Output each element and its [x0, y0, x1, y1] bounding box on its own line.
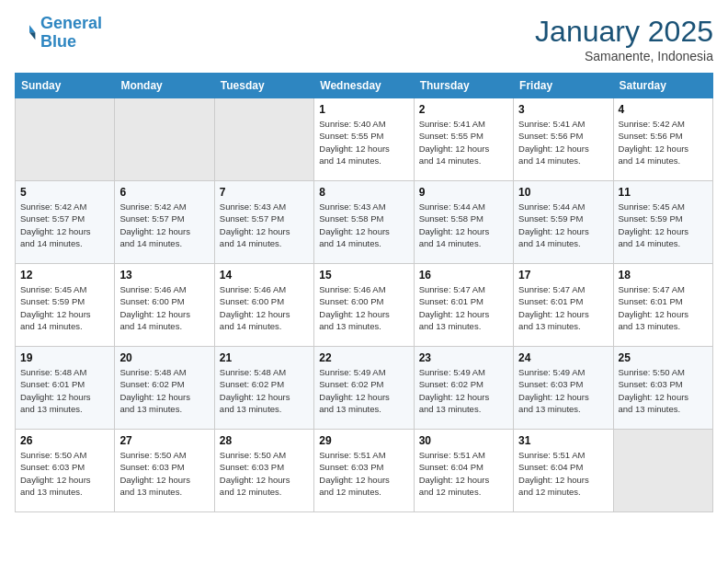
header-thursday: Thursday — [414, 74, 513, 98]
calendar-cell: 22Sunrise: 5:49 AM Sunset: 6:02 PM Dayli… — [314, 347, 414, 430]
day-info: Sunrise: 5:43 AM Sunset: 5:57 PM Dayligh… — [220, 201, 309, 249]
day-info: Sunrise: 5:41 AM Sunset: 5:56 PM Dayligh… — [518, 118, 608, 167]
logo-text: General Blue — [40, 15, 102, 52]
day-number: 22 — [319, 351, 408, 364]
header-saturday: Saturday — [613, 74, 712, 98]
day-info: Sunrise: 5:47 AM Sunset: 6:01 PM Dayligh… — [518, 283, 608, 332]
header-friday: Friday — [514, 74, 613, 98]
day-number: 5 — [20, 186, 109, 199]
calendar-header-row: SundayMondayTuesdayWednesdayThursdayFrid… — [16, 74, 713, 98]
calendar-cell: 8Sunrise: 5:43 AM Sunset: 5:58 PM Daylig… — [314, 181, 414, 264]
calendar-cell: 30Sunrise: 5:51 AM Sunset: 6:04 PM Dayli… — [414, 430, 513, 512]
day-number: 8 — [319, 186, 408, 199]
calendar-cell: 17Sunrise: 5:47 AM Sunset: 6:01 PM Dayli… — [514, 264, 613, 347]
day-info: Sunrise: 5:47 AM Sunset: 6:01 PM Dayligh… — [419, 283, 508, 332]
calendar-cell: 31Sunrise: 5:51 AM Sunset: 6:04 PM Dayli… — [514, 430, 613, 512]
calendar-cell: 28Sunrise: 5:50 AM Sunset: 6:03 PM Dayli… — [214, 430, 313, 512]
day-number: 29 — [319, 434, 408, 447]
day-info: Sunrise: 5:51 AM Sunset: 6:04 PM Dayligh… — [419, 449, 508, 498]
day-number: 17 — [518, 269, 608, 282]
calendar-cell: 19Sunrise: 5:48 AM Sunset: 6:01 PM Dayli… — [16, 347, 115, 430]
day-info: Sunrise: 5:48 AM Sunset: 6:02 PM Dayligh… — [119, 366, 209, 415]
calendar-cell: 12Sunrise: 5:45 AM Sunset: 5:59 PM Dayli… — [16, 264, 115, 347]
logo-icon — [15, 22, 37, 44]
day-info: Sunrise: 5:44 AM Sunset: 5:59 PM Dayligh… — [518, 201, 608, 249]
day-info: Sunrise: 5:48 AM Sunset: 6:01 PM Dayligh… — [20, 366, 109, 415]
day-info: Sunrise: 5:49 AM Sunset: 6:02 PM Dayligh… — [319, 366, 408, 415]
day-info: Sunrise: 5:50 AM Sunset: 6:03 PM Dayligh… — [20, 449, 109, 498]
calendar-cell: 14Sunrise: 5:46 AM Sunset: 6:00 PM Dayli… — [214, 264, 313, 347]
day-number: 24 — [518, 351, 608, 364]
day-info: Sunrise: 5:50 AM Sunset: 6:03 PM Dayligh… — [619, 366, 708, 415]
day-number: 30 — [419, 434, 508, 447]
day-number: 19 — [20, 351, 109, 364]
day-number: 11 — [619, 186, 708, 199]
calendar-cell: 11Sunrise: 5:45 AM Sunset: 5:59 PM Dayli… — [613, 181, 712, 264]
day-info: Sunrise: 5:50 AM Sunset: 6:03 PM Dayligh… — [220, 449, 309, 498]
day-number: 18 — [619, 269, 708, 282]
calendar-cell: 9Sunrise: 5:44 AM Sunset: 5:58 PM Daylig… — [414, 181, 513, 264]
day-info: Sunrise: 5:47 AM Sunset: 6:01 PM Dayligh… — [619, 283, 708, 332]
day-number: 21 — [220, 351, 309, 364]
day-number: 9 — [419, 186, 508, 199]
calendar-week-1: 5Sunrise: 5:42 AM Sunset: 5:57 PM Daylig… — [16, 181, 713, 264]
calendar-week-3: 19Sunrise: 5:48 AM Sunset: 6:01 PM Dayli… — [16, 347, 713, 430]
calendar-week-0: 1Sunrise: 5:40 AM Sunset: 5:55 PM Daylig… — [16, 98, 713, 181]
day-number: 16 — [419, 269, 508, 282]
calendar-cell: 6Sunrise: 5:42 AM Sunset: 5:57 PM Daylig… — [115, 181, 214, 264]
day-info: Sunrise: 5:51 AM Sunset: 6:04 PM Dayligh… — [518, 449, 608, 498]
calendar-cell: 20Sunrise: 5:48 AM Sunset: 6:02 PM Dayli… — [115, 347, 214, 430]
header-monday: Monday — [115, 74, 214, 98]
day-number: 25 — [619, 351, 708, 364]
day-number: 1 — [319, 103, 408, 116]
day-info: Sunrise: 5:45 AM Sunset: 5:59 PM Dayligh… — [619, 201, 708, 249]
day-info: Sunrise: 5:51 AM Sunset: 6:03 PM Dayligh… — [319, 449, 408, 498]
day-number: 3 — [518, 103, 608, 116]
month-title: January 2025 — [535, 15, 713, 49]
calendar-cell — [16, 98, 115, 181]
day-info: Sunrise: 5:49 AM Sunset: 6:02 PM Dayligh… — [419, 366, 508, 415]
day-number: 31 — [518, 434, 608, 447]
page-header: General Blue January 2025 Samanente, Ind… — [15, 15, 713, 63]
calendar-cell: 5Sunrise: 5:42 AM Sunset: 5:57 PM Daylig… — [16, 181, 115, 264]
calendar-table: SundayMondayTuesdayWednesdayThursdayFrid… — [15, 73, 713, 512]
day-info: Sunrise: 5:50 AM Sunset: 6:03 PM Dayligh… — [119, 449, 209, 498]
calendar-cell: 18Sunrise: 5:47 AM Sunset: 6:01 PM Dayli… — [613, 264, 712, 347]
calendar-cell: 15Sunrise: 5:46 AM Sunset: 6:00 PM Dayli… — [314, 264, 414, 347]
calendar-cell: 26Sunrise: 5:50 AM Sunset: 6:03 PM Dayli… — [16, 430, 115, 512]
day-info: Sunrise: 5:44 AM Sunset: 5:58 PM Dayligh… — [419, 201, 508, 249]
day-number: 12 — [20, 269, 109, 282]
day-number: 6 — [119, 186, 209, 199]
calendar-week-2: 12Sunrise: 5:45 AM Sunset: 5:59 PM Dayli… — [16, 264, 713, 347]
day-info: Sunrise: 5:49 AM Sunset: 6:03 PM Dayligh… — [518, 366, 608, 415]
calendar-cell: 10Sunrise: 5:44 AM Sunset: 5:59 PM Dayli… — [514, 181, 613, 264]
calendar-cell: 4Sunrise: 5:42 AM Sunset: 5:56 PM Daylig… — [613, 98, 712, 181]
calendar-cell: 3Sunrise: 5:41 AM Sunset: 5:56 PM Daylig… — [514, 98, 613, 181]
day-info: Sunrise: 5:42 AM Sunset: 5:57 PM Dayligh… — [119, 201, 209, 249]
calendar-cell: 27Sunrise: 5:50 AM Sunset: 6:03 PM Dayli… — [115, 430, 214, 512]
day-number: 15 — [319, 269, 408, 282]
logo: General Blue — [15, 15, 102, 52]
day-info: Sunrise: 5:46 AM Sunset: 6:00 PM Dayligh… — [220, 283, 309, 332]
calendar-cell: 29Sunrise: 5:51 AM Sunset: 6:03 PM Dayli… — [314, 430, 414, 512]
header-tuesday: Tuesday — [214, 74, 313, 98]
day-info: Sunrise: 5:42 AM Sunset: 5:56 PM Dayligh… — [619, 118, 708, 167]
day-number: 28 — [220, 434, 309, 447]
day-info: Sunrise: 5:41 AM Sunset: 5:55 PM Dayligh… — [419, 118, 508, 167]
day-info: Sunrise: 5:42 AM Sunset: 5:57 PM Dayligh… — [20, 201, 109, 249]
title-block: January 2025 Samanente, Indonesia — [535, 15, 713, 63]
header-wednesday: Wednesday — [314, 74, 414, 98]
day-number: 14 — [220, 269, 309, 282]
header-sunday: Sunday — [16, 74, 115, 98]
day-info: Sunrise: 5:43 AM Sunset: 5:58 PM Dayligh… — [319, 201, 408, 249]
day-number: 7 — [220, 186, 309, 199]
day-info: Sunrise: 5:48 AM Sunset: 6:02 PM Dayligh… — [220, 366, 309, 415]
day-info: Sunrise: 5:45 AM Sunset: 5:59 PM Dayligh… — [20, 283, 109, 332]
calendar-cell: 24Sunrise: 5:49 AM Sunset: 6:03 PM Dayli… — [514, 347, 613, 430]
day-number: 20 — [119, 351, 209, 364]
calendar-cell: 13Sunrise: 5:46 AM Sunset: 6:00 PM Dayli… — [115, 264, 214, 347]
calendar-cell: 16Sunrise: 5:47 AM Sunset: 6:01 PM Dayli… — [414, 264, 513, 347]
calendar-cell: 21Sunrise: 5:48 AM Sunset: 6:02 PM Dayli… — [214, 347, 313, 430]
subtitle: Samanente, Indonesia — [535, 49, 713, 63]
day-number: 2 — [419, 103, 508, 116]
